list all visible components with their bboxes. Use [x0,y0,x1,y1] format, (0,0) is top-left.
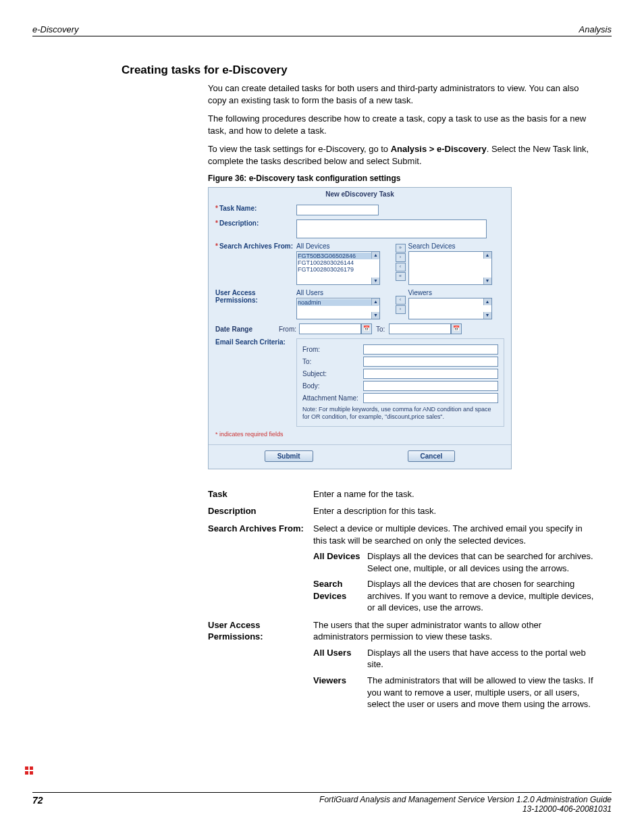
cancel-button[interactable]: Cancel [408,450,456,462]
criteria-to-input[interactable] [363,357,498,367]
date-from-input[interactable] [299,323,361,334]
scroll-up-icon[interactable]: ▲ [483,252,491,259]
label-user-access-permissions: User Access Permissions: [215,289,296,304]
figure-caption: Figure 36: e-Discovery task configuratio… [208,174,598,183]
brand-logo: FORTINET [23,658,38,780]
move-left-button[interactable]: ‹ [396,296,406,305]
para-2: The following procedures describe how to… [208,113,598,136]
calendar-icon[interactable]: 📅 [361,323,372,334]
label-criteria-subject: Subject: [302,370,363,377]
scroll-up-icon[interactable]: ▲ [371,252,379,259]
dialog-title: New eDiscovery Task [209,188,511,201]
header-left: e-Discovery [32,24,79,34]
svg-rect-4 [30,771,33,775]
viewers-listbox[interactable]: ▲ ▼ [408,298,492,319]
scroll-up-icon[interactable]: ▲ [483,298,491,305]
criteria-body-input[interactable] [363,381,498,391]
label-description: Description: [219,219,259,227]
col-all-users: All Users [296,289,393,296]
calendar-icon[interactable]: 📅 [451,323,462,334]
label-task-name: Task Name: [219,205,257,212]
col-viewers: Viewers [408,289,505,296]
all-devices-listbox[interactable]: FGT50B3G06502846 FGT1002803026144 FGT100… [296,251,380,285]
scroll-up-icon[interactable]: ▲ [371,298,379,305]
label-date-range: Date Range [215,325,263,333]
move-left-button[interactable]: ‹ [396,263,406,271]
search-devices-listbox[interactable]: ▲ ▼ [408,251,492,285]
criteria-subject-input[interactable] [363,369,498,379]
footer-line-2: 13-12000-406-20081031 [522,804,612,814]
col-search-devices: Search Devices [408,242,505,250]
para-1: You can create detailed tasks for both u… [208,82,598,106]
scroll-down-icon[interactable]: ▼ [483,312,491,319]
criteria-from-input[interactable] [363,344,498,355]
scroll-down-icon[interactable]: ▼ [371,312,379,319]
col-all-devices: All Devices [296,242,393,250]
subterm-all-users: All Users [313,647,367,671]
label-date-from: From: [263,325,299,333]
label-criteria-attachment: Attachment Name: [302,394,363,402]
subdesc-search-devices: Displays all the devices that are chosen… [367,578,598,614]
defterm-user-access-permissions: User Access Permissions: [208,619,313,710]
section-heading: Creating tasks for e-Discovery [122,63,598,77]
description-textarea[interactable] [296,219,487,238]
label-date-to: To: [376,325,385,333]
subterm-search-devices: Search Devices [313,578,367,614]
defdesc-user-access-permissions: The users that the super administrator w… [313,619,598,643]
label-criteria-body: Body: [302,382,363,390]
date-to-input[interactable] [389,323,451,334]
criteria-attachment-input[interactable] [363,393,498,403]
move-right-button[interactable]: › [396,253,406,262]
move-all-right-button[interactable]: » [396,244,406,253]
subdesc-viewers: The administrators that will be allowed … [367,675,598,710]
svg-rect-1 [25,766,28,770]
label-search-archives-from: Search Archives From: [219,242,293,250]
criteria-box: From: To: Subject: Body: Attachment Name… [296,338,504,427]
defterm-task: Task [208,488,313,500]
label-criteria-to: To: [302,358,363,365]
move-right-button[interactable]: › [396,305,406,314]
defterm-description: Description [208,505,313,517]
defdesc-search-archives-from: Select a device or multiple devices. The… [313,523,598,546]
screenshot-new-ediscovery-task: New eDiscovery Task *Task Name: *Descrip… [208,187,512,469]
svg-rect-3 [25,771,28,775]
defdesc-task: Enter a name for the task. [313,488,598,500]
criteria-note: Note: For multiple keywords, use comma f… [302,406,498,421]
defterm-search-archives-from: Search Archives From: [208,523,313,614]
footer-line-1: FortiGuard Analysis and Management Servi… [319,795,612,804]
subdesc-all-users: Displays all the users that have access … [367,647,598,671]
label-criteria-from: From: [302,346,363,353]
scroll-down-icon[interactable]: ▼ [483,278,491,284]
required-fields-note: * indicates required fields [215,431,504,438]
svg-rect-2 [30,766,33,770]
subterm-viewers: Viewers [313,675,367,710]
defdesc-description: Enter a description for this task. [313,505,598,517]
subterm-all-devices: All Devices [313,550,367,574]
subdesc-all-devices: Displays all the devices that can be sea… [367,550,598,574]
header-right: Analysis [579,24,612,34]
page-number: 72 [32,795,43,814]
label-email-search-criteria: Email Search Criteria: [215,338,296,346]
para-3: To view the task settings for e-Discover… [208,143,598,167]
submit-button[interactable]: Submit [265,450,313,462]
move-all-left-button[interactable]: « [396,272,406,281]
task-name-input[interactable] [296,205,379,215]
all-users-listbox[interactable]: noadmin ▲ ▼ [296,298,380,319]
page-header: e-Discovery Analysis [32,24,612,36]
scroll-down-icon[interactable]: ▼ [371,278,379,284]
page-footer: 72 FortiGuard Analysis and Management Se… [32,792,612,814]
